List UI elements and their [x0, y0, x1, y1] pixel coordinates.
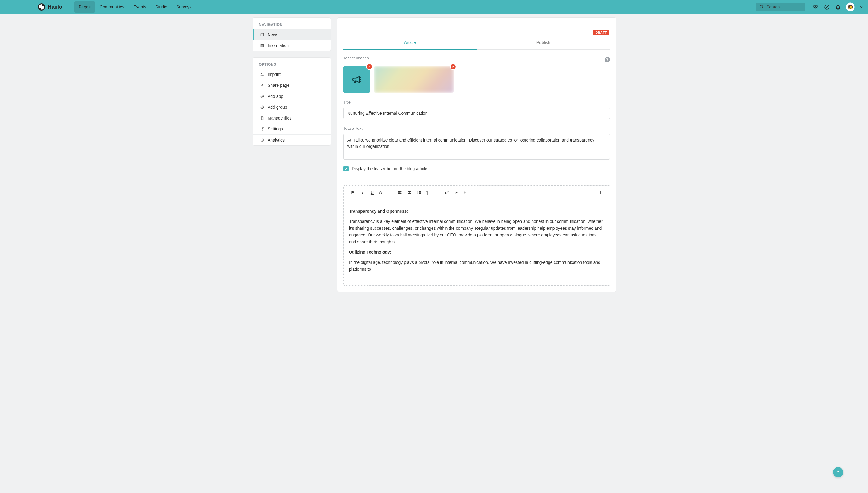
editor-toolbar: B I U A⋮: [344, 186, 610, 199]
sidebar-item-analytics[interactable]: Analytics: [253, 135, 331, 146]
sidebar-item-label: Imprint: [268, 72, 281, 77]
add-circle-icon: [260, 105, 265, 109]
image-button[interactable]: [453, 189, 460, 196]
svg-rect-10: [261, 46, 263, 47]
options-section-title: OPTIONS: [253, 58, 331, 69]
navigate-icon[interactable]: [824, 4, 830, 10]
svg-rect-9: [261, 45, 263, 46]
tab-studio[interactable]: Studio: [151, 1, 171, 13]
italic-button[interactable]: I: [359, 189, 367, 196]
teaser-image-2[interactable]: [374, 66, 454, 93]
svg-point-3: [816, 5, 818, 7]
editor-heading-2: Utilizing Technology:: [349, 250, 392, 255]
logo-icon: [38, 3, 45, 10]
teaser-images-label: Teaser images: [343, 56, 369, 60]
svg-point-40: [600, 193, 601, 194]
article-card: DRAFT Article Publish Teaser images ?: [337, 18, 616, 292]
align-left-button[interactable]: [396, 189, 404, 196]
svg-point-17: [262, 107, 263, 108]
remove-image-button[interactable]: [451, 64, 456, 69]
sidebar-item-imprint[interactable]: Imprint: [253, 69, 331, 80]
brand-area[interactable]: Haiilo: [38, 3, 62, 10]
news-icon: [260, 33, 265, 37]
check-circle-icon: [260, 138, 265, 142]
editor-heading-1: Transparency and Openness:: [349, 209, 408, 214]
teaser-text-input[interactable]: [343, 134, 610, 159]
megaphone-icon: [351, 74, 362, 85]
teaser-image-1[interactable]: [343, 66, 370, 93]
bell-icon[interactable]: [835, 4, 841, 10]
svg-point-0: [760, 5, 763, 8]
svg-point-33: [418, 191, 418, 192]
remove-image-button[interactable]: [367, 64, 372, 69]
text-style-button[interactable]: A⋮: [378, 189, 386, 196]
svg-line-1: [762, 7, 763, 8]
link-button[interactable]: [443, 189, 451, 196]
insert-button[interactable]: +⋮: [462, 189, 470, 196]
tab-pages[interactable]: Pages: [75, 1, 95, 13]
help-icon[interactable]: ?: [605, 57, 610, 62]
sidebar-item-manage-files[interactable]: Manage files: [253, 113, 331, 124]
rich-text-editor: B I U A⋮: [343, 185, 610, 285]
add-circle-icon: [260, 94, 265, 99]
svg-point-16: [261, 106, 263, 108]
info-icon: [260, 43, 265, 48]
sidebar-item-add-app[interactable]: Add app: [253, 91, 331, 102]
tab-communities[interactable]: Communities: [96, 1, 129, 13]
title-label: Title: [343, 100, 610, 105]
brand-name: Haiilo: [48, 4, 62, 10]
group-icon: [260, 72, 265, 77]
editor-paragraph-1: Transparency is a key element of effecti…: [349, 218, 604, 245]
sidebar-item-add-group[interactable]: Add group: [253, 102, 331, 113]
sidebar-item-label: Analytics: [268, 137, 285, 143]
svg-point-11: [261, 73, 262, 74]
people-icon[interactable]: [812, 4, 819, 10]
checkbox-label: Display the teaser before the blog artic…: [352, 166, 428, 171]
sidebar-item-label: Settings: [268, 127, 283, 131]
list-button[interactable]: [415, 189, 423, 196]
sidebar-item-share-page[interactable]: Share page: [253, 80, 331, 91]
search-icon: [759, 4, 764, 9]
tab-events[interactable]: Events: [129, 1, 150, 13]
svg-point-18: [262, 128, 263, 129]
search-input[interactable]: [766, 4, 819, 9]
more-button[interactable]: [596, 189, 604, 196]
paragraph-button[interactable]: ¶⋮: [425, 189, 433, 196]
sidebar-item-settings[interactable]: Settings: [253, 124, 331, 134]
svg-point-2: [814, 5, 815, 7]
sidebar-item-label: News: [268, 32, 278, 37]
main-content: DRAFT Article Publish Teaser images ?: [337, 18, 616, 292]
status-badge: DRAFT: [593, 30, 609, 35]
gear-icon: [260, 127, 265, 131]
chevron-down-icon[interactable]: [860, 5, 863, 9]
svg-rect-8: [261, 45, 263, 45]
file-icon: [260, 116, 265, 120]
editor-paragraph-2: In the digital age, technology plays a p…: [349, 259, 604, 273]
checkbox[interactable]: [343, 166, 349, 171]
main-tabs: Article Publish: [343, 36, 610, 50]
display-teaser-checkbox-row[interactable]: Display the teaser before the blog artic…: [343, 166, 610, 171]
teaser-text-label: Teaser text: [343, 126, 610, 131]
topnav: Haiilo Pages Communities Events Studio S…: [0, 0, 868, 14]
search-box[interactable]: [756, 3, 805, 11]
tab-publish[interactable]: Publish: [477, 36, 610, 50]
title-input[interactable]: [343, 108, 610, 119]
underline-button[interactable]: U: [368, 189, 376, 196]
share-icon: [260, 83, 265, 87]
sidebar-item-news[interactable]: News: [253, 29, 331, 40]
sidebar-item-information[interactable]: Information: [253, 40, 331, 51]
align-center-button[interactable]: [406, 189, 414, 196]
topnav-icons: 🧑: [812, 3, 863, 11]
editor-content[interactable]: Transparency and Openness: Transparency …: [344, 199, 610, 285]
avatar[interactable]: 🧑: [846, 3, 854, 11]
sidebar-item-label: Add group: [268, 105, 287, 110]
svg-point-39: [600, 192, 601, 193]
bold-button[interactable]: B: [349, 189, 357, 196]
svg-point-35: [418, 193, 418, 194]
tab-article[interactable]: Article: [343, 36, 477, 50]
tab-surveys[interactable]: Surveys: [172, 1, 196, 13]
sidebar-item-label: Manage files: [268, 116, 291, 121]
svg-point-19: [261, 138, 263, 141]
svg-point-38: [600, 191, 601, 192]
sidebar-options-card: OPTIONS Imprint Share page Add app: [252, 57, 331, 146]
